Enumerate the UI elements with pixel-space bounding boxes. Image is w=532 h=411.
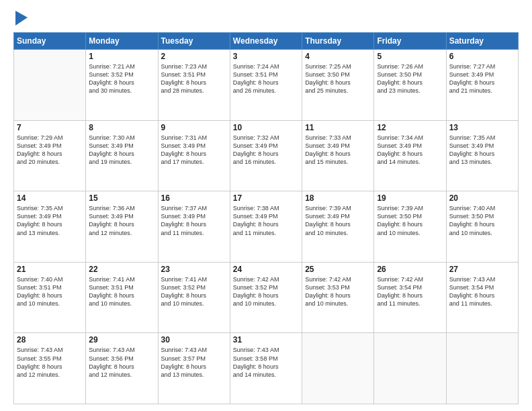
day-number: 30	[161, 335, 227, 345]
day-info: Sunrise: 7:43 AMSunset: 3:56 PMDaylight:…	[89, 346, 154, 379]
day-number: 31	[233, 335, 299, 345]
table-row: 2Sunrise: 7:23 AMSunset: 3:51 PMDaylight…	[158, 50, 230, 121]
day-number: 4	[305, 52, 371, 61]
table-row: 13Sunrise: 7:35 AMSunset: 3:49 PMDayligh…	[446, 120, 518, 191]
day-info: Sunrise: 7:40 AMSunset: 3:51 PMDaylight:…	[17, 275, 83, 308]
day-number: 18	[305, 193, 371, 203]
day-number: 10	[233, 123, 299, 132]
table-row: 8Sunrise: 7:30 AMSunset: 3:49 PMDaylight…	[86, 120, 158, 191]
day-info: Sunrise: 7:42 AMSunset: 3:54 PMDaylight:…	[377, 275, 443, 308]
col-wednesday: Wednesday	[230, 33, 302, 50]
table-row: 28Sunrise: 7:43 AMSunset: 3:55 PMDayligh…	[14, 333, 86, 404]
day-info: Sunrise: 7:42 AMSunset: 3:52 PMDaylight:…	[233, 275, 299, 308]
svg-marker-0	[15, 11, 28, 26]
table-row: 16Sunrise: 7:37 AMSunset: 3:49 PMDayligh…	[158, 191, 230, 263]
day-number: 15	[89, 193, 154, 203]
table-row: 5Sunrise: 7:26 AMSunset: 3:50 PMDaylight…	[374, 50, 446, 121]
table-row	[446, 333, 518, 404]
day-info: Sunrise: 7:30 AMSunset: 3:49 PMDaylight:…	[89, 134, 154, 167]
day-number: 11	[305, 123, 371, 132]
table-row: 31Sunrise: 7:43 AMSunset: 3:58 PMDayligh…	[230, 333, 302, 404]
table-row: 30Sunrise: 7:43 AMSunset: 3:57 PMDayligh…	[158, 333, 230, 404]
header	[13, 12, 519, 26]
calendar-week-row: 7Sunrise: 7:29 AMSunset: 3:49 PMDaylight…	[14, 120, 519, 191]
table-row: 7Sunrise: 7:29 AMSunset: 3:49 PMDaylight…	[14, 120, 86, 191]
day-number: 1	[89, 52, 154, 61]
table-row: 21Sunrise: 7:40 AMSunset: 3:51 PMDayligh…	[14, 262, 86, 333]
day-info: Sunrise: 7:29 AMSunset: 3:49 PMDaylight:…	[17, 134, 83, 167]
table-row: 15Sunrise: 7:36 AMSunset: 3:49 PMDayligh…	[86, 191, 158, 263]
day-number: 23	[161, 265, 227, 274]
calendar-week-row: 14Sunrise: 7:35 AMSunset: 3:49 PMDayligh…	[14, 191, 519, 263]
table-row: 20Sunrise: 7:40 AMSunset: 3:50 PMDayligh…	[446, 191, 518, 263]
calendar-table: Sunday Monday Tuesday Wednesday Thursday…	[13, 32, 519, 404]
day-number: 16	[161, 193, 227, 203]
day-info: Sunrise: 7:25 AMSunset: 3:50 PMDaylight:…	[305, 62, 371, 95]
table-row: 29Sunrise: 7:43 AMSunset: 3:56 PMDayligh…	[86, 333, 158, 404]
col-saturday: Saturday	[446, 33, 518, 50]
day-info: Sunrise: 7:27 AMSunset: 3:49 PMDaylight:…	[449, 62, 515, 95]
logo-icon	[15, 11, 28, 26]
day-number: 27	[449, 265, 515, 274]
table-row: 12Sunrise: 7:34 AMSunset: 3:49 PMDayligh…	[374, 120, 446, 191]
day-info: Sunrise: 7:41 AMSunset: 3:52 PMDaylight:…	[161, 275, 227, 308]
day-number: 8	[89, 123, 154, 132]
col-sunday: Sunday	[14, 33, 86, 50]
calendar-week-row: 21Sunrise: 7:40 AMSunset: 3:51 PMDayligh…	[14, 262, 519, 333]
col-friday: Friday	[374, 33, 446, 50]
table-row: 25Sunrise: 7:42 AMSunset: 3:53 PMDayligh…	[302, 262, 374, 333]
day-number: 12	[377, 123, 443, 132]
day-info: Sunrise: 7:43 AMSunset: 3:55 PMDaylight:…	[17, 346, 83, 379]
day-info: Sunrise: 7:24 AMSunset: 3:51 PMDaylight:…	[233, 62, 299, 95]
table-row: 19Sunrise: 7:39 AMSunset: 3:50 PMDayligh…	[374, 191, 446, 263]
day-number: 22	[89, 265, 154, 274]
day-number: 24	[233, 265, 299, 274]
table-row: 22Sunrise: 7:41 AMSunset: 3:51 PMDayligh…	[86, 262, 158, 333]
page: Sunday Monday Tuesday Wednesday Thursday…	[0, 0, 532, 411]
day-info: Sunrise: 7:43 AMSunset: 3:57 PMDaylight:…	[161, 346, 227, 379]
day-info: Sunrise: 7:33 AMSunset: 3:49 PMDaylight:…	[305, 134, 371, 167]
day-info: Sunrise: 7:26 AMSunset: 3:50 PMDaylight:…	[377, 62, 443, 95]
day-info: Sunrise: 7:40 AMSunset: 3:50 PMDaylight:…	[449, 204, 515, 237]
table-row: 10Sunrise: 7:32 AMSunset: 3:49 PMDayligh…	[230, 120, 302, 191]
day-info: Sunrise: 7:42 AMSunset: 3:53 PMDaylight:…	[305, 275, 371, 308]
day-info: Sunrise: 7:43 AMSunset: 3:54 PMDaylight:…	[449, 275, 515, 308]
day-number: 19	[377, 193, 443, 203]
table-row: 24Sunrise: 7:42 AMSunset: 3:52 PMDayligh…	[230, 262, 302, 333]
calendar-week-row: 28Sunrise: 7:43 AMSunset: 3:55 PMDayligh…	[14, 333, 519, 404]
day-info: Sunrise: 7:35 AMSunset: 3:49 PMDaylight:…	[449, 134, 515, 167]
table-row: 23Sunrise: 7:41 AMSunset: 3:52 PMDayligh…	[158, 262, 230, 333]
day-info: Sunrise: 7:23 AMSunset: 3:51 PMDaylight:…	[161, 62, 227, 95]
day-number: 7	[17, 123, 83, 132]
table-row: 6Sunrise: 7:27 AMSunset: 3:49 PMDaylight…	[446, 50, 518, 121]
day-info: Sunrise: 7:41 AMSunset: 3:51 PMDaylight:…	[89, 275, 154, 308]
col-thursday: Thursday	[302, 33, 374, 50]
table-row	[302, 333, 374, 404]
day-number: 14	[17, 193, 83, 203]
table-row: 26Sunrise: 7:42 AMSunset: 3:54 PMDayligh…	[374, 262, 446, 333]
day-info: Sunrise: 7:37 AMSunset: 3:49 PMDaylight:…	[161, 204, 227, 237]
table-row: 1Sunrise: 7:21 AMSunset: 3:52 PMDaylight…	[86, 50, 158, 121]
day-number: 3	[233, 52, 299, 61]
day-number: 13	[449, 123, 515, 132]
day-info: Sunrise: 7:38 AMSunset: 3:49 PMDaylight:…	[233, 204, 299, 237]
day-info: Sunrise: 7:36 AMSunset: 3:49 PMDaylight:…	[89, 204, 154, 237]
day-info: Sunrise: 7:35 AMSunset: 3:49 PMDaylight:…	[17, 204, 83, 237]
day-info: Sunrise: 7:21 AMSunset: 3:52 PMDaylight:…	[89, 62, 154, 95]
calendar-header-row: Sunday Monday Tuesday Wednesday Thursday…	[14, 33, 519, 50]
table-row: 14Sunrise: 7:35 AMSunset: 3:49 PMDayligh…	[14, 191, 86, 263]
table-row	[374, 333, 446, 404]
day-number: 5	[377, 52, 443, 61]
day-number: 28	[17, 335, 83, 345]
table-row: 4Sunrise: 7:25 AMSunset: 3:50 PMDaylight…	[302, 50, 374, 121]
table-row: 11Sunrise: 7:33 AMSunset: 3:49 PMDayligh…	[302, 120, 374, 191]
day-info: Sunrise: 7:43 AMSunset: 3:58 PMDaylight:…	[233, 346, 299, 379]
day-number: 2	[161, 52, 227, 61]
table-row: 27Sunrise: 7:43 AMSunset: 3:54 PMDayligh…	[446, 262, 518, 333]
table-row: 17Sunrise: 7:38 AMSunset: 3:49 PMDayligh…	[230, 191, 302, 263]
col-tuesday: Tuesday	[158, 33, 230, 50]
day-info: Sunrise: 7:34 AMSunset: 3:49 PMDaylight:…	[377, 134, 443, 167]
day-number: 25	[305, 265, 371, 274]
logo	[13, 12, 28, 26]
day-number: 26	[377, 265, 443, 274]
